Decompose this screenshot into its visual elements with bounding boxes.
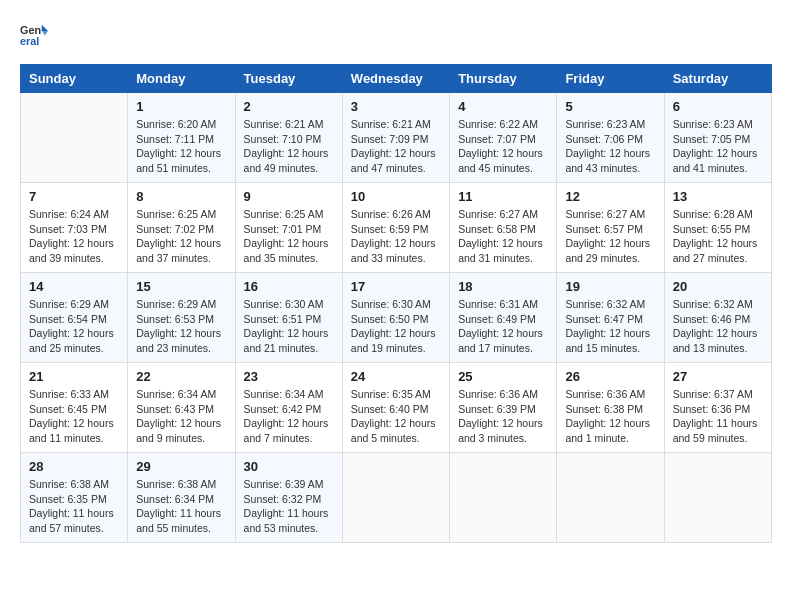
cell-content: Sunrise: 6:32 AM Sunset: 6:47 PM Dayligh… — [565, 297, 655, 356]
calendar-cell: 21Sunrise: 6:33 AM Sunset: 6:45 PM Dayli… — [21, 363, 128, 453]
calendar-cell: 14Sunrise: 6:29 AM Sunset: 6:54 PM Dayli… — [21, 273, 128, 363]
calendar-week-row: 21Sunrise: 6:33 AM Sunset: 6:45 PM Dayli… — [21, 363, 772, 453]
day-number: 2 — [244, 99, 334, 114]
day-number: 18 — [458, 279, 548, 294]
cell-content: Sunrise: 6:34 AM Sunset: 6:42 PM Dayligh… — [244, 387, 334, 446]
cell-content: Sunrise: 6:23 AM Sunset: 7:06 PM Dayligh… — [565, 117, 655, 176]
calendar-cell — [557, 453, 664, 543]
day-number: 11 — [458, 189, 548, 204]
cell-content: Sunrise: 6:35 AM Sunset: 6:40 PM Dayligh… — [351, 387, 441, 446]
day-number: 8 — [136, 189, 226, 204]
cell-content: Sunrise: 6:34 AM Sunset: 6:43 PM Dayligh… — [136, 387, 226, 446]
svg-marker-2 — [42, 25, 48, 31]
calendar-cell: 4Sunrise: 6:22 AM Sunset: 7:07 PM Daylig… — [450, 93, 557, 183]
calendar-day-header: Sunday — [21, 65, 128, 93]
day-number: 28 — [29, 459, 119, 474]
cell-content: Sunrise: 6:36 AM Sunset: 6:38 PM Dayligh… — [565, 387, 655, 446]
calendar-cell: 23Sunrise: 6:34 AM Sunset: 6:42 PM Dayli… — [235, 363, 342, 453]
cell-content: Sunrise: 6:22 AM Sunset: 7:07 PM Dayligh… — [458, 117, 548, 176]
calendar-cell: 9Sunrise: 6:25 AM Sunset: 7:01 PM Daylig… — [235, 183, 342, 273]
calendar-cell: 25Sunrise: 6:36 AM Sunset: 6:39 PM Dayli… — [450, 363, 557, 453]
calendar-body: 1Sunrise: 6:20 AM Sunset: 7:11 PM Daylig… — [21, 93, 772, 543]
calendar-week-row: 1Sunrise: 6:20 AM Sunset: 7:11 PM Daylig… — [21, 93, 772, 183]
calendar-table: SundayMondayTuesdayWednesdayThursdayFrid… — [20, 64, 772, 543]
cell-content: Sunrise: 6:21 AM Sunset: 7:09 PM Dayligh… — [351, 117, 441, 176]
cell-content: Sunrise: 6:31 AM Sunset: 6:49 PM Dayligh… — [458, 297, 548, 356]
calendar-cell: 18Sunrise: 6:31 AM Sunset: 6:49 PM Dayli… — [450, 273, 557, 363]
calendar-cell — [21, 93, 128, 183]
day-number: 26 — [565, 369, 655, 384]
svg-marker-3 — [42, 31, 48, 36]
calendar-cell: 20Sunrise: 6:32 AM Sunset: 6:46 PM Dayli… — [664, 273, 771, 363]
cell-content: Sunrise: 6:36 AM Sunset: 6:39 PM Dayligh… — [458, 387, 548, 446]
calendar-week-row: 28Sunrise: 6:38 AM Sunset: 6:35 PM Dayli… — [21, 453, 772, 543]
cell-content: Sunrise: 6:29 AM Sunset: 6:53 PM Dayligh… — [136, 297, 226, 356]
calendar-cell: 11Sunrise: 6:27 AM Sunset: 6:58 PM Dayli… — [450, 183, 557, 273]
day-number: 19 — [565, 279, 655, 294]
page-header: Gen eral — [20, 20, 772, 48]
calendar-cell: 29Sunrise: 6:38 AM Sunset: 6:34 PM Dayli… — [128, 453, 235, 543]
cell-content: Sunrise: 6:27 AM Sunset: 6:57 PM Dayligh… — [565, 207, 655, 266]
calendar-week-row: 7Sunrise: 6:24 AM Sunset: 7:03 PM Daylig… — [21, 183, 772, 273]
cell-content: Sunrise: 6:23 AM Sunset: 7:05 PM Dayligh… — [673, 117, 763, 176]
day-number: 1 — [136, 99, 226, 114]
calendar-cell: 16Sunrise: 6:30 AM Sunset: 6:51 PM Dayli… — [235, 273, 342, 363]
day-number: 13 — [673, 189, 763, 204]
cell-content: Sunrise: 6:38 AM Sunset: 6:35 PM Dayligh… — [29, 477, 119, 536]
day-number: 6 — [673, 99, 763, 114]
calendar-cell — [342, 453, 449, 543]
calendar-day-header: Wednesday — [342, 65, 449, 93]
day-number: 24 — [351, 369, 441, 384]
cell-content: Sunrise: 6:24 AM Sunset: 7:03 PM Dayligh… — [29, 207, 119, 266]
calendar-cell: 24Sunrise: 6:35 AM Sunset: 6:40 PM Dayli… — [342, 363, 449, 453]
calendar-cell: 15Sunrise: 6:29 AM Sunset: 6:53 PM Dayli… — [128, 273, 235, 363]
day-number: 29 — [136, 459, 226, 474]
calendar-cell: 2Sunrise: 6:21 AM Sunset: 7:10 PM Daylig… — [235, 93, 342, 183]
cell-content: Sunrise: 6:27 AM Sunset: 6:58 PM Dayligh… — [458, 207, 548, 266]
day-number: 15 — [136, 279, 226, 294]
calendar-day-header: Monday — [128, 65, 235, 93]
cell-content: Sunrise: 6:39 AM Sunset: 6:32 PM Dayligh… — [244, 477, 334, 536]
cell-content: Sunrise: 6:25 AM Sunset: 7:01 PM Dayligh… — [244, 207, 334, 266]
day-number: 14 — [29, 279, 119, 294]
day-number: 25 — [458, 369, 548, 384]
calendar-day-header: Thursday — [450, 65, 557, 93]
cell-content: Sunrise: 6:29 AM Sunset: 6:54 PM Dayligh… — [29, 297, 119, 356]
calendar-day-header: Friday — [557, 65, 664, 93]
cell-content: Sunrise: 6:38 AM Sunset: 6:34 PM Dayligh… — [136, 477, 226, 536]
calendar-cell: 5Sunrise: 6:23 AM Sunset: 7:06 PM Daylig… — [557, 93, 664, 183]
calendar-cell — [450, 453, 557, 543]
calendar-day-header: Saturday — [664, 65, 771, 93]
day-number: 16 — [244, 279, 334, 294]
day-number: 23 — [244, 369, 334, 384]
day-number: 4 — [458, 99, 548, 114]
day-number: 21 — [29, 369, 119, 384]
cell-content: Sunrise: 6:26 AM Sunset: 6:59 PM Dayligh… — [351, 207, 441, 266]
calendar-day-header: Tuesday — [235, 65, 342, 93]
calendar-cell: 27Sunrise: 6:37 AM Sunset: 6:36 PM Dayli… — [664, 363, 771, 453]
calendar-cell: 19Sunrise: 6:32 AM Sunset: 6:47 PM Dayli… — [557, 273, 664, 363]
cell-content: Sunrise: 6:32 AM Sunset: 6:46 PM Dayligh… — [673, 297, 763, 356]
day-number: 3 — [351, 99, 441, 114]
cell-content: Sunrise: 6:30 AM Sunset: 6:50 PM Dayligh… — [351, 297, 441, 356]
calendar-cell: 26Sunrise: 6:36 AM Sunset: 6:38 PM Dayli… — [557, 363, 664, 453]
cell-content: Sunrise: 6:28 AM Sunset: 6:55 PM Dayligh… — [673, 207, 763, 266]
day-number: 30 — [244, 459, 334, 474]
calendar-cell: 6Sunrise: 6:23 AM Sunset: 7:05 PM Daylig… — [664, 93, 771, 183]
day-number: 9 — [244, 189, 334, 204]
day-number: 20 — [673, 279, 763, 294]
calendar-cell: 13Sunrise: 6:28 AM Sunset: 6:55 PM Dayli… — [664, 183, 771, 273]
calendar-cell: 30Sunrise: 6:39 AM Sunset: 6:32 PM Dayli… — [235, 453, 342, 543]
calendar-cell: 12Sunrise: 6:27 AM Sunset: 6:57 PM Dayli… — [557, 183, 664, 273]
day-number: 10 — [351, 189, 441, 204]
cell-content: Sunrise: 6:21 AM Sunset: 7:10 PM Dayligh… — [244, 117, 334, 176]
calendar-week-row: 14Sunrise: 6:29 AM Sunset: 6:54 PM Dayli… — [21, 273, 772, 363]
calendar-cell — [664, 453, 771, 543]
day-number: 5 — [565, 99, 655, 114]
cell-content: Sunrise: 6:33 AM Sunset: 6:45 PM Dayligh… — [29, 387, 119, 446]
day-number: 22 — [136, 369, 226, 384]
day-number: 17 — [351, 279, 441, 294]
calendar-cell: 3Sunrise: 6:21 AM Sunset: 7:09 PM Daylig… — [342, 93, 449, 183]
calendar-cell: 10Sunrise: 6:26 AM Sunset: 6:59 PM Dayli… — [342, 183, 449, 273]
cell-content: Sunrise: 6:25 AM Sunset: 7:02 PM Dayligh… — [136, 207, 226, 266]
